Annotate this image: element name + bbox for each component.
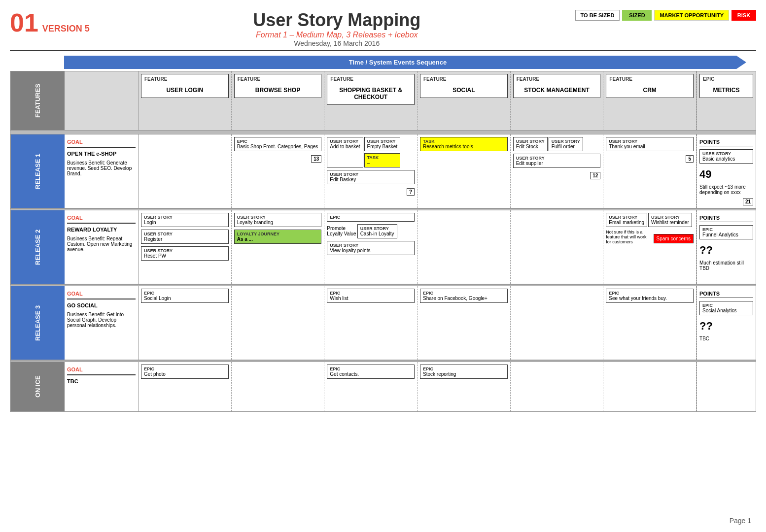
- onice-goal-label-wrap: GOAL: [67, 365, 136, 375]
- r2-col6-top: USER STORY Email marketing USER STORY Wi…: [606, 213, 694, 228]
- r2-loyalty-branding: USER STORY Loyalty branding: [234, 213, 322, 227]
- r2-col1: USER STORY Login USER STORY Register USE…: [139, 210, 232, 284]
- legend-to-be-sized: TO BE SIZED: [575, 10, 620, 21]
- feature-col-5: FEATURE STOCK MANAGEMENT: [511, 71, 604, 130]
- version-label: VERSION 5: [42, 24, 90, 34]
- feature-shopping-basket: FEATURE SHOPPING BASKET & CHECKOUT: [327, 74, 415, 105]
- r1-points-note: Still expect ~13 more depending on xxxx: [699, 184, 753, 195]
- r3-goal-col: GOAL GO SOCIAL Business Benefit: Get int…: [65, 286, 139, 360]
- r1-fulfil-order: USER STORY Fulfil order: [549, 137, 583, 151]
- release-2-row: RELEASE 2 GOAL REWARD LOYALTY Business B…: [10, 210, 756, 284]
- r2-points-label-wrap: POINTS: [699, 213, 753, 222]
- r3-col5: [511, 286, 604, 360]
- r2-points: POINTS EPIC Funnel Analytics ?? Much est…: [696, 210, 756, 284]
- features-cells: FEATURE USER LOGIN FEATURE BROWSE SHOP F…: [65, 71, 756, 130]
- r1-col3-cards: USER STORY Add to basket USER STORY Empt…: [327, 137, 415, 168]
- main-title: User Story Mapping: [99, 10, 575, 31]
- r3-goal-benefit: Business Benefit: Get into Social Graph.…: [67, 312, 136, 328]
- legend: TO BE SIZED SIZED MARKET OPPORTUNITY RIS…: [575, 10, 756, 21]
- feature-stock-management: FEATURE STOCK MANAGEMENT: [513, 74, 601, 98]
- r1-task: TASK –: [364, 153, 401, 167]
- r3-points: POINTS EPIC Social Analytics ?? TBC: [696, 286, 756, 360]
- version-number: 01: [10, 10, 38, 35]
- sub-title: Format 1 – Medium Map, 3 Releases + Iceb…: [99, 31, 575, 39]
- r1-edit-supplier: USER STORY Edit supplier: [513, 154, 601, 168]
- legend-sized: SIZED: [622, 10, 652, 21]
- feature-social: FEATURE SOCIAL: [420, 74, 508, 98]
- r2-login: USER STORY Login: [141, 213, 229, 227]
- r2-view-loyalty: USER STORY View loyalty points: [327, 241, 415, 255]
- r2-email-marketing: USER STORY Email marketing: [606, 213, 647, 227]
- r1-col2-badge: 13: [234, 154, 322, 163]
- onice-col1: EPIC Get photo: [139, 362, 232, 411]
- r2-cash-in: USER STORY Cash-in Loyalty: [357, 224, 397, 238]
- r3-wish-list: EPIC Wish list: [327, 289, 415, 303]
- r2-epic-loyalty: EPIC: [327, 213, 415, 222]
- onice-col6: [603, 362, 696, 411]
- r1-goal-benefit: Business Benefit: Generate revenue. Seed…: [67, 160, 136, 176]
- r1-points-badge: 21: [699, 197, 753, 205]
- feature-col-2: FEATURE BROWSE SHOP: [232, 71, 325, 130]
- page: 01 VERSION 5 User Story Mapping Format 1…: [0, 0, 766, 532]
- r1-col3-right: USER STORY Empty Basket TASK –: [364, 137, 401, 168]
- feature-user-login: FEATURE USER LOGIN: [141, 74, 229, 98]
- release-3-row: RELEASE 3 GOAL GO SOCIAL Business Benefi…: [10, 286, 756, 360]
- legend-risk: RISK: [731, 10, 756, 21]
- r3-col6: EPIC See what your friends buy.: [603, 286, 696, 360]
- header-center: User Story Mapping Format 1 – Medium Map…: [99, 10, 575, 47]
- r1-col3: USER STORY Add to basket USER STORY Empt…: [324, 134, 418, 208]
- r3-social-login: EPIC Social Login: [141, 289, 229, 303]
- r2-register: USER STORY Register: [141, 230, 229, 244]
- on-ice-content: GOAL TBC EPIC Get photo: [65, 362, 756, 411]
- on-ice-row: ON ICE GOAL TBC EPIC Get photo: [10, 362, 756, 411]
- r1-epic-browse: EPIC Basic Shop Front. Categories, Pages: [234, 137, 322, 151]
- r1-col5: USER STORY Edit Stock USER STORY Fulfil …: [511, 134, 604, 208]
- r3-friends-buy: EPIC See what your friends buy.: [606, 289, 694, 303]
- r2-col4: [418, 210, 511, 284]
- r3-col3: EPIC Wish list: [324, 286, 418, 360]
- feature-col-7: EPIC METRICS: [696, 71, 756, 130]
- r2-col3-middle: Promote Loyalty Value USER STORY Cash-in…: [327, 224, 415, 239]
- r2-loyalty-journey: LOYALTY JOURNEY As a ...: [234, 230, 322, 244]
- r2-wishlist-reminder: USER STORY Wishlist reminder: [648, 213, 692, 227]
- r3-col1: EPIC Social Login: [139, 286, 232, 360]
- r2-col6-bottom: Not sure if this is a feature that will …: [606, 230, 694, 244]
- r2-col6: USER STORY Email marketing USER STORY Wi…: [603, 210, 696, 284]
- release-1-content: GOAL OPEN THE e-SHOP Business Benefit: G…: [65, 134, 756, 208]
- features-row: FEATURES FEATURE USER LOGIN FEATURE: [10, 71, 756, 131]
- legend-market-opportunity: MARKET OPPORTUNITY: [654, 10, 729, 21]
- onice-points: [696, 362, 756, 411]
- r2-points-number: ??: [699, 244, 753, 257]
- r1-points-label: POINTS: [699, 137, 753, 146]
- divider-bar: [10, 131, 756, 134]
- date: Wednesday, 16 March 2016: [99, 39, 575, 47]
- on-ice-label: ON ICE: [10, 362, 65, 411]
- feature-col-6: FEATURE CRM: [603, 71, 696, 130]
- header-left: 01 VERSION 5: [10, 10, 99, 35]
- r1-col3-badge: ?: [327, 187, 415, 196]
- r2-not-sure-note: Not sure if this is a feature that will …: [606, 230, 652, 244]
- r3-share-facebook: EPIC Share on Facebook, Google+: [420, 289, 508, 303]
- r2-points-note: Much estimation still TBD: [699, 260, 753, 271]
- r1-goal-label: GOAL: [67, 137, 136, 148]
- r1-col6: USER STORY Thank you email 5: [603, 134, 696, 208]
- r1-add-basket: USER STORY Add to basket: [327, 137, 363, 167]
- r2-col3: EPIC Promote Loyalty Value USER STORY: [324, 210, 418, 284]
- r1-thank-you: USER STORY Thank you email: [606, 137, 694, 151]
- onice-get-photo: EPIC Get photo: [141, 365, 229, 379]
- time-bar: Time / System Events Sequence: [64, 56, 746, 69]
- r2-goal-title: REWARD LOYALTY: [67, 227, 136, 233]
- release-3-label: RELEASE 3: [10, 286, 65, 360]
- release-1-label: RELEASE 1: [10, 134, 65, 208]
- header: 01 VERSION 5 User Story Mapping Format 1…: [10, 5, 756, 51]
- onice-goal-col: GOAL TBC: [65, 362, 139, 411]
- r2-goal-col: GOAL REWARD LOYALTY Business Benefit: Re…: [65, 210, 139, 284]
- r2-promote-text: Promote Loyalty Value: [327, 224, 356, 239]
- feature-col-3: FEATURE SHOPPING BASKET & CHECKOUT: [324, 71, 418, 130]
- feature-browse-shop: FEATURE BROWSE SHOP: [234, 74, 322, 98]
- r1-goal-col: GOAL OPEN THE e-SHOP Business Benefit: G…: [65, 134, 139, 208]
- r2-col5: [511, 210, 604, 284]
- r3-goal-label-wrap: GOAL: [67, 289, 136, 299]
- features-label: FEATURES: [10, 71, 65, 130]
- feature-col-4: FEATURE SOCIAL: [418, 71, 511, 130]
